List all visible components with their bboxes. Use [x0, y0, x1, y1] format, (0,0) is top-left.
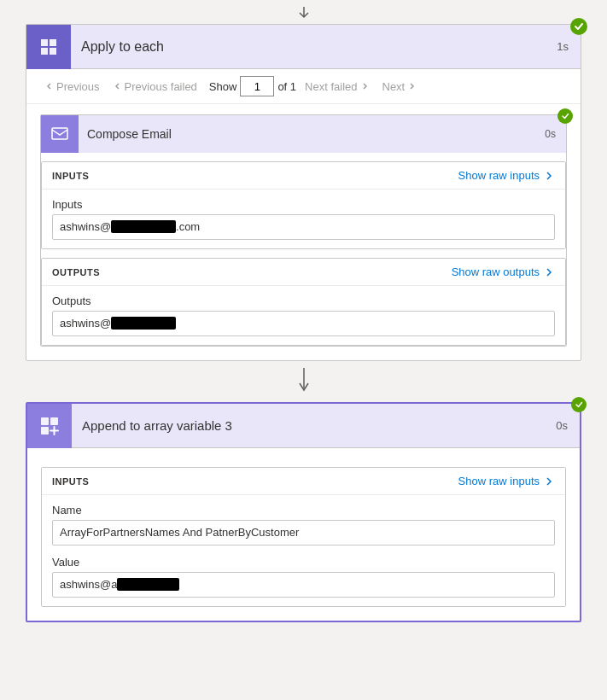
append-array-success: [571, 397, 587, 412]
compose-inputs-field-value: ashwins@ .com: [52, 214, 555, 240]
show-raw-inputs-button[interactable]: Show raw inputs: [458, 169, 555, 182]
append-array-title: Append to array variable 3: [72, 418, 544, 433]
append-inputs-header: INPUTS Show raw inputs: [42, 468, 565, 495]
append-inputs-section: INPUTS Show raw inputs Name ArrayForPart…: [41, 467, 566, 607]
compose-outputs-field-label: Outputs: [52, 295, 555, 307]
redacted-email-output: [111, 317, 176, 330]
apply-each-icon: [26, 25, 71, 69]
compose-inputs-section: INPUTS Show raw inputs Inputs ashwins@: [41, 161, 566, 249]
compose-inputs-title: INPUTS: [52, 171, 89, 181]
previous-button[interactable]: Previous: [40, 77, 105, 96]
apply-each-container: Apply to each 1s Previous Previous faile…: [26, 24, 581, 361]
apply-each-duration: 1s: [545, 40, 581, 53]
redacted-email-input: [111, 220, 176, 233]
apply-each-body: Compose Email 0s INPUTS Show raw inputs: [26, 104, 581, 360]
show-label: Show: [209, 80, 237, 93]
svg-rect-3: [50, 48, 56, 55]
append-array-block: Append to array variable 3 0s INPUTS Sho…: [26, 402, 581, 622]
pagination-bar: Previous Previous failed Show of 1 Next …: [26, 69, 581, 104]
append-array-header[interactable]: Append to array variable 3 0s: [27, 404, 580, 448]
compose-email-icon: [41, 115, 79, 153]
svg-rect-2: [41, 48, 48, 55]
svg-rect-7: [50, 417, 58, 425]
apply-each-title: Apply to each: [71, 39, 545, 55]
append-name-label: Name: [52, 504, 555, 516]
top-arrow-connector: [0, 0, 607, 24]
compose-outputs-field-value: ashwins@: [52, 311, 555, 336]
append-array-duration: 0s: [544, 419, 580, 432]
compose-email-duration: 0s: [534, 128, 566, 140]
compose-inputs-body: Inputs ashwins@ .com: [42, 190, 565, 248]
svg-rect-6: [41, 417, 49, 425]
append-value-field: ashwins@a: [52, 572, 555, 598]
svg-rect-0: [41, 39, 48, 46]
svg-rect-8: [41, 427, 49, 435]
compose-outputs-body: Outputs ashwins@: [42, 286, 565, 345]
compose-outputs-section: OUTPUTS Show raw outputs Outputs ashwins…: [41, 258, 566, 346]
compose-email-header[interactable]: Compose Email 0s: [41, 115, 566, 153]
next-failed-button[interactable]: Next failed: [300, 77, 373, 96]
append-show-raw-inputs-button[interactable]: Show raw inputs: [458, 475, 555, 487]
svg-rect-1: [50, 39, 56, 46]
page-number-input[interactable]: [240, 76, 274, 96]
append-name-value: ArrayForPartnersNames And PatnerByCustom…: [52, 520, 555, 545]
middle-arrow-connector: [0, 361, 607, 402]
compose-inputs-header: INPUTS Show raw inputs: [42, 162, 565, 190]
append-inputs-body: Name ArrayForPartnersNames And PatnerByC…: [42, 495, 565, 606]
compose-email-success: [557, 108, 573, 124]
apply-each-header[interactable]: Apply to each 1s: [26, 25, 581, 69]
show-raw-outputs-button[interactable]: Show raw outputs: [452, 265, 555, 278]
total-pages: of 1: [277, 80, 296, 93]
append-array-icon: [27, 404, 72, 448]
append-inputs-title: INPUTS: [52, 476, 89, 487]
apply-each-success-badge: [570, 18, 587, 35]
next-button[interactable]: Next: [377, 77, 422, 96]
append-array-body: INPUTS Show raw inputs Name ArrayForPart…: [27, 448, 580, 621]
compose-outputs-title: OUTPUTS: [52, 267, 100, 277]
append-value-label: Value: [52, 556, 555, 569]
redacted-append-value: [117, 578, 178, 591]
compose-email-block: Compose Email 0s INPUTS Show raw inputs: [40, 114, 567, 347]
compose-email-title: Compose Email: [79, 127, 534, 141]
svg-rect-4: [52, 128, 67, 139]
previous-failed-button[interactable]: Previous failed: [108, 77, 202, 96]
compose-outputs-header: OUTPUTS Show raw outputs: [42, 259, 565, 286]
page-container: Apply to each 1s Previous Previous faile…: [0, 0, 607, 622]
compose-inputs-field-label: Inputs: [52, 198, 555, 211]
